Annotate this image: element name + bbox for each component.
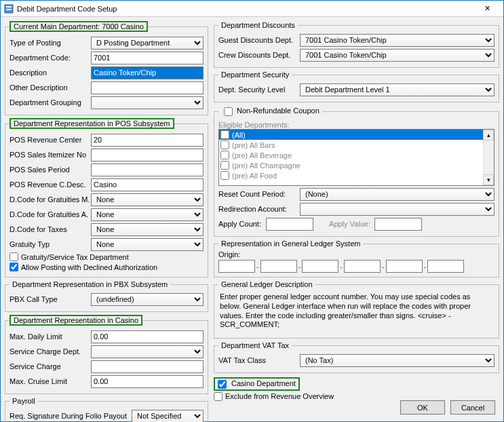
sec-level-label: Dept. Security Level xyxy=(218,85,300,94)
max-cruise-input[interactable] xyxy=(91,375,203,388)
other-desc-input[interactable] xyxy=(91,81,203,94)
gl-desc-text: Enter proper general ledger account numb… xyxy=(218,291,495,334)
main-dept-group: Current Main Department: 7000 Casino Typ… xyxy=(5,21,208,115)
origin-input-6[interactable] xyxy=(427,260,464,273)
origin-input-2[interactable] xyxy=(260,260,297,273)
dcode-taxes-label: D.Code for Taxes xyxy=(9,225,91,233)
list-item-checkbox[interactable] xyxy=(220,151,229,159)
window-title: Debit Department Code Setup xyxy=(17,5,473,13)
casino-group: Department Representation in Casino Max.… xyxy=(5,315,208,394)
dept-code-input[interactable] xyxy=(91,52,203,64)
content-area: Current Main Department: 7000 Casino Typ… xyxy=(1,17,503,421)
dialog-window: Debit Department Code Setup ✕ Current Ma… xyxy=(0,0,504,422)
apply-count-label: Apply Count: xyxy=(218,220,266,228)
origin-input-3[interactable] xyxy=(302,260,338,273)
dcode-grat-a-select[interactable]: None xyxy=(91,208,203,221)
pbx-call-type-select[interactable]: (undefined) xyxy=(91,293,203,306)
security-legend: Department Security xyxy=(218,71,292,79)
gl-desc-group: General Ledger Description Enter proper … xyxy=(214,280,499,339)
dcode-grat-m-select[interactable]: None xyxy=(91,193,203,206)
req-sig-select[interactable]: Not Specified xyxy=(132,410,203,423)
exclude-rev-label: Exclude from Revenue Overview xyxy=(225,392,334,400)
pbx-legend: Department Representation in PBX Subsyst… xyxy=(9,280,170,288)
close-icon: ✕ xyxy=(484,4,490,13)
allow-declined-checkbox[interactable] xyxy=(9,263,18,271)
titlebar: Debit Department Code Setup ✕ xyxy=(1,1,503,17)
casino-dept-highlight: Casino Department xyxy=(214,377,300,391)
coupon-checkbox[interactable] xyxy=(224,107,233,116)
cancel-button[interactable]: Cancel xyxy=(450,400,495,415)
gl-legend: Representation in General Ledger System xyxy=(218,239,363,248)
close-button[interactable]: ✕ xyxy=(473,1,501,16)
security-group: Department Security Dept. Security Level… xyxy=(214,71,499,102)
scroll-up-button[interactable]: ▴ xyxy=(483,130,494,140)
sec-level-select[interactable]: Debit Department Level 1 xyxy=(300,83,495,96)
svg-rect-2 xyxy=(6,9,12,10)
origin-label: Origin: xyxy=(218,250,495,258)
ok-button[interactable]: OK xyxy=(400,400,445,415)
dcode-grat-a-label: D.Code for Gratuities A. xyxy=(9,210,91,218)
gratuity-typ-select[interactable]: None xyxy=(91,238,203,251)
svg-rect-1 xyxy=(6,6,12,7)
exclude-rev-checkbox[interactable] xyxy=(214,392,222,401)
vat-class-label: VAT Tax Class xyxy=(218,356,300,364)
pos-group: Department Representation in POS Subsyst… xyxy=(5,118,208,277)
max-daily-input[interactable] xyxy=(91,330,203,343)
apply-value-label: Apply Value: xyxy=(313,220,374,228)
pos-legend: Department Representation in POS Subsyst… xyxy=(9,118,174,129)
list-item: (pre) All Bars xyxy=(219,140,494,150)
scrollbar[interactable] xyxy=(483,140,494,174)
discounts-legend: Department Discounts xyxy=(218,21,298,29)
vat-class-select[interactable]: (No Tax) xyxy=(300,354,495,367)
list-item: (All) xyxy=(219,130,494,140)
req-sig-label: Req. Signature During Folio Payout xyxy=(9,412,132,420)
eligible-label: Eligible Departments: xyxy=(218,121,495,129)
payroll-group: Payroll Req. Signature During Folio Payo… xyxy=(5,397,208,422)
grat-service-tax-checkbox[interactable] xyxy=(9,252,18,261)
description-input[interactable] xyxy=(91,66,203,79)
pos-rev-cdesc-input[interactable] xyxy=(91,178,203,191)
dept-grouping-select[interactable] xyxy=(91,96,203,109)
type-of-posting-select[interactable]: D Posting Department xyxy=(91,37,203,50)
dcode-grat-m-label: D.Code for Gratuities M. xyxy=(9,195,91,204)
svc-charge-input[interactable] xyxy=(91,360,203,373)
other-desc-label: Other Description xyxy=(9,83,91,92)
pos-rev-center-input[interactable] xyxy=(91,134,203,147)
app-icon xyxy=(3,3,14,14)
pos-itemizer-input[interactable] xyxy=(91,149,203,161)
crew-disc-select[interactable]: 7001 Casino Token/Chip xyxy=(300,49,495,62)
casino-dept-label: Casino Department xyxy=(231,379,296,387)
reset-period-label: Reset Count Period: xyxy=(218,190,300,198)
origin-input-5[interactable] xyxy=(386,260,423,273)
list-item: (pre) All Beverage xyxy=(219,150,494,160)
dept-grouping-label: Department Grouping xyxy=(9,98,91,107)
grat-service-tax-label: Gratuity/Service Tax Department xyxy=(21,253,129,261)
dcode-taxes-select[interactable]: None xyxy=(91,223,203,236)
apply-count-input[interactable] xyxy=(266,218,313,231)
origin-input-1[interactable] xyxy=(218,260,255,273)
main-dept-legend: Current Main Department: 7000 Casino xyxy=(9,21,148,32)
svc-charge-dept-label: Service Charge Dept. xyxy=(9,347,91,356)
scroll-down-button[interactable]: ▾ xyxy=(483,174,494,185)
eligible-listbox[interactable]: (All) (pre) All Bars (pre) All Beverage … xyxy=(218,129,495,186)
list-item-checkbox[interactable] xyxy=(220,161,229,170)
pbx-call-type-label: PBX Call Type xyxy=(9,295,91,303)
pos-itemizer-label: POS Sales Itemizer No xyxy=(9,151,91,159)
apply-value-input[interactable] xyxy=(374,218,422,231)
dept-code-label: Department Code: xyxy=(9,54,91,62)
list-item-checkbox[interactable] xyxy=(220,140,229,149)
casino-dept-checkbox[interactable] xyxy=(218,380,227,389)
guest-disc-select[interactable]: 7001 Casino Token/Chip xyxy=(300,34,495,47)
max-cruise-label: Max. Cruise Limit xyxy=(9,377,91,385)
pos-rev-cdesc-label: POS Revenue C.Desc. xyxy=(9,180,91,189)
pos-sales-period-input[interactable] xyxy=(91,164,203,176)
svc-charge-dept-select[interactable] xyxy=(91,345,203,358)
description-label: Description xyxy=(9,69,91,77)
list-item: (pre) All Champagne xyxy=(219,160,494,170)
list-item-checkbox[interactable] xyxy=(220,171,229,180)
origin-input-4[interactable] xyxy=(344,260,381,273)
redir-account-select[interactable] xyxy=(300,203,495,216)
list-item-checkbox[interactable] xyxy=(220,130,229,139)
reset-period-select[interactable]: (None) xyxy=(300,188,495,201)
vat-legend: Department VAT Tax xyxy=(218,341,292,349)
